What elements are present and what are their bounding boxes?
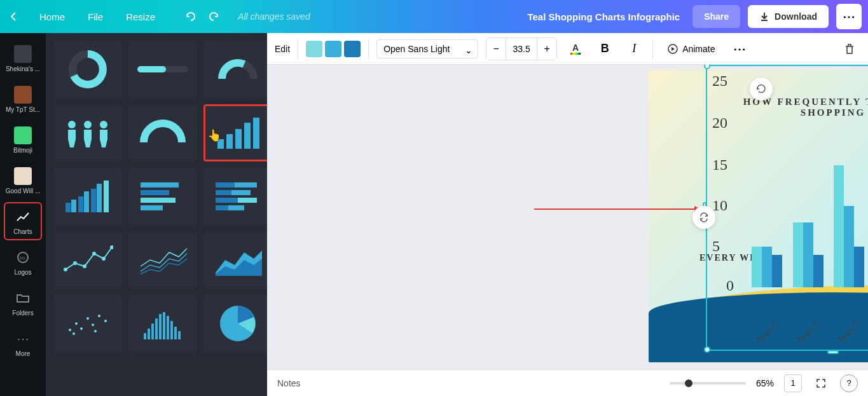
chart-thumb-donut[interactable] [53,41,122,98]
rail-label: Folders [12,310,33,317]
svg-rect-19 [97,184,102,212]
rail-app-tpt[interactable]: My TpT St... [4,80,42,118]
top-header: Home File Resize All changes saved Teal … [0,0,868,33]
chart-thumb-scatter[interactable] [53,295,122,352]
swatch-3[interactable] [344,41,361,57]
chart-thumb-people[interactable] [53,104,122,161]
undo-icon[interactable] [179,5,202,28]
svg-point-40 [75,322,78,325]
rail-app-shekina[interactable]: Shekina's ... [4,39,42,78]
chart-thumb-pie[interactable] [203,295,267,352]
folders-icon [14,289,32,307]
svg-text:co.: co. [20,255,27,261]
rail-label: Good Will ... [6,188,40,195]
more-menu-button[interactable]: ⋯ [836,4,862,29]
zoom-thumb[interactable] [685,379,692,387]
svg-rect-49 [148,329,150,339]
chart-thumb-stacked-bar[interactable] [53,168,122,225]
rail-logos[interactable]: co. Logos [4,243,42,281]
back-icon[interactable] [6,9,22,24]
chart-thumb-gauge[interactable] [128,104,197,161]
annotation-arrow [534,208,699,210]
font-size-decrease[interactable]: − [486,38,506,60]
bar [803,222,813,287]
download-button[interactable]: Download [748,5,829,28]
y-tick: 20 [712,114,727,132]
svg-rect-55 [170,321,173,339]
svg-rect-28 [231,190,251,195]
page-count[interactable]: 1 [784,374,802,392]
rail-label: My TpT St... [6,106,40,113]
svg-point-39 [69,329,71,331]
resize-handle[interactable] [827,350,839,354]
bar [793,222,803,287]
svg-rect-20 [104,181,109,212]
y-tick: 5 [712,238,720,255]
animate-icon [667,43,679,55]
font-size-input[interactable] [506,38,537,60]
font-name: Open Sans Light [383,44,450,54]
design-canvas[interactable]: 25 HOW FREQUENTLY THEY GO SHOPPING 20 15… [267,65,868,369]
canvas-area: Edit Open Sans Light⌄ − + A B I Animate [267,33,868,396]
swatch-1[interactable] [306,41,322,57]
chart-thumb-multiline[interactable] [128,231,197,289]
share-button[interactable]: Share [692,5,740,28]
resize-handle[interactable] [704,346,710,353]
chart-thumb-progress[interactable] [128,41,197,98]
context-toolbar: Edit Open Sans Light⌄ − + A B I Animate [267,33,868,65]
download-icon [759,11,769,22]
bar [813,255,823,287]
trash-icon[interactable] [839,38,860,60]
font-size-control: − + [486,38,557,60]
chart-thumb-area[interactable] [203,231,267,289]
svg-rect-54 [167,316,169,339]
svg-point-33 [64,268,67,271]
chart-thumb-hbar[interactable] [128,168,197,225]
svg-rect-24 [141,205,163,210]
bar [752,247,762,287]
font-select[interactable]: Open Sans Light⌄ [376,39,478,58]
menu-resize[interactable]: Resize [114,11,167,22]
chart-thumb-histogram[interactable] [128,295,197,352]
svg-rect-50 [151,324,154,339]
text-color-icon[interactable]: A [565,38,586,60]
animate-button[interactable]: Animate [661,38,721,60]
document-title[interactable]: Teal Shopping Charts Infographic [527,11,680,22]
rail-label: More [16,350,31,357]
zoom-slider[interactable] [670,382,746,385]
sync-float-button[interactable] [692,206,715,229]
chart-thumb-line[interactable] [53,231,122,289]
resize-handle[interactable] [704,65,710,69]
svg-rect-17 [84,191,89,212]
svg-rect-13 [253,118,259,149]
bar [772,255,782,287]
swatch-2[interactable] [325,41,341,57]
fullscreen-icon[interactable] [812,374,830,392]
font-size-increase[interactable]: + [537,38,556,60]
redo-icon[interactable] [202,5,225,28]
more-options-icon[interactable]: ⋯ [729,38,750,60]
bar [844,206,854,287]
rail-charts[interactable]: Charts [4,202,42,240]
rail-app-bitmoji[interactable]: Bitmoji [4,121,42,159]
edit-button[interactable]: Edit [275,44,290,54]
x-labels: Item 1Item 2Item 3Item 4Item 5 [747,327,868,338]
rail-more[interactable]: ⋯ More [4,324,42,362]
rail-folders[interactable]: Folders [4,283,42,322]
chart-thumb-arc[interactable] [203,41,267,98]
menu-file[interactable]: File [76,11,114,22]
italic-icon[interactable]: I [623,38,645,60]
bar-chart[interactable]: 25 HOW FREQUENTLY THEY GO SHOPPING 20 15… [712,71,868,345]
y-tick: 15 [712,156,727,174]
help-icon[interactable]: ? [840,374,858,392]
refresh-float-button[interactable] [750,78,773,100]
notes-button[interactable]: Notes [277,378,301,388]
rail-app-goodwill[interactable]: Good Will ... [4,161,42,200]
menu-home[interactable]: Home [28,11,76,22]
chart-thumb-hbar-stacked[interactable] [203,168,267,225]
charts-panel: ◀ [46,33,267,396]
y-tick: 0 [726,277,734,294]
svg-point-7 [100,121,107,128]
left-rail: Shekina's ... My TpT St... Bitmoji Good … [0,33,46,396]
bold-icon[interactable]: B [594,38,616,60]
